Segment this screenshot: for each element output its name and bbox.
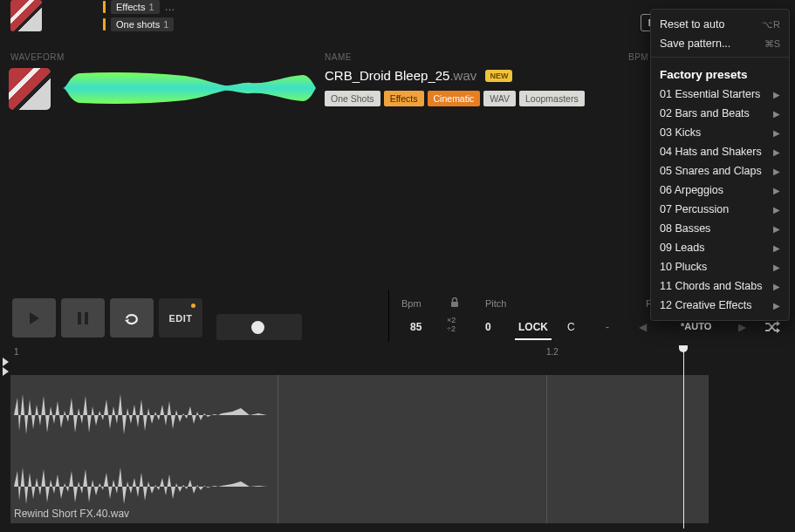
edit-button[interactable]: EDIT [159,298,202,338]
lock-icon[interactable] [450,297,459,308]
tag-color-indicator [103,1,106,13]
menu-preset-3[interactable]: 03 Kicks▶ [651,123,789,142]
pattern-menu: Reset to auto ⌥R Save pattern... ⌘S Fact… [650,9,790,321]
menu-item-label: 10 Plucks [660,261,707,273]
col-waveform: WAVEFORM [10,52,65,62]
timeline-ruler[interactable]: 1 1.2 [10,347,786,359]
menu-preset-4[interactable]: 04 Hats and Shakers▶ [651,142,789,161]
new-badge: NEW [485,70,512,82]
tag-count: 1 [163,19,168,30]
svg-rect-0 [78,312,81,324]
submenu-arrow-icon: ▶ [773,263,780,272]
slice-markers[interactable] [0,358,14,377]
bpm-half[interactable]: ÷2 [447,324,456,333]
menu-preset-5[interactable]: 05 Snares and Claps▶ [651,161,789,181]
menu-item-label: 02 Bars and Beats [660,107,750,119]
submenu-arrow-icon: ▶ [773,301,780,310]
pause-button[interactable] [61,298,105,338]
pattern-next-button[interactable]: ▶ [738,321,746,333]
waveform-channel-left [14,389,712,441]
menu-header: Factory presets [651,61,789,85]
tag-oneshots[interactable]: One Shots [325,91,380,106]
tag-row-1: Effects 1 … [103,0,175,14]
submenu-arrow-icon: ▶ [773,90,780,99]
tag-pill[interactable]: Effects 1 [111,0,160,14]
menu-preset-9[interactable]: 09 Leads▶ [651,238,789,257]
playhead-line[interactable] [683,345,684,529]
edit-indicator-dot [191,304,195,308]
more-tags-indicator[interactable]: … [165,1,175,13]
submenu-arrow-icon: ▶ [773,109,780,119]
menu-save-pattern[interactable]: Save pattern... ⌘S [651,34,789,53]
submenu-arrow-icon: ▶ [773,167,780,176]
tag-label: Effects [116,2,145,12]
tag-label: One shots [116,19,160,30]
tag-row-2: One shots 1 [103,17,174,31]
pitch-lock-tab[interactable]: LOCK [515,321,552,340]
menu-preset-12[interactable]: 12 Creative Effects▶ [651,296,789,315]
play-button[interactable] [12,298,56,338]
menu-item-label: 06 Arpeggios [660,184,723,196]
menu-preset-2[interactable]: 02 Bars and Beats▶ [651,104,789,123]
submenu-arrow-icon: ▶ [773,186,780,195]
tag-effects[interactable]: Effects [384,91,424,106]
waveform-preview [63,72,316,105]
slice-marker-icon [3,358,9,366]
menu-preset-8[interactable]: 08 Basses▶ [651,219,789,238]
menu-item-label: 01 Essential Starters [660,88,760,100]
sample-name-text: CRB_Droid Bleep_25 [325,68,449,83]
loop-button[interactable] [110,298,154,338]
pattern-prev-button[interactable]: ◀ [639,321,647,333]
clip-filename: Rewind Short FX.40.wav [14,508,129,520]
bpm-multipliers[interactable]: ×2 ÷2 [447,316,456,333]
col-bpm: BPM [628,52,648,62]
menu-reset[interactable]: Reset to auto ⌥R [651,15,789,34]
submenu-arrow-icon: ▶ [773,243,780,253]
menu-item-label: 07 Percussion [660,203,729,215]
sample-tags: One Shots Effects Cinematic WAV Loopmast… [325,91,585,106]
menu-item-label: 09 Leads [660,242,704,254]
menu-preset-6[interactable]: 06 Arpeggios▶ [651,181,789,200]
ruler-mark-1: 1 [14,347,19,357]
tag-loopmasters[interactable]: Loopmasters [519,91,585,106]
tag-wav[interactable]: WAV [483,91,516,106]
menu-separator [651,57,789,58]
svg-rect-1 [85,312,88,324]
shuffle-button[interactable] [764,321,780,333]
slider-track [216,314,302,340]
menu-preset-1[interactable]: 01 Essential Starters▶ [651,85,789,104]
browser-thumbnail[interactable] [10,0,42,31]
value-bpm[interactable]: 85 [410,321,421,333]
ruler-mark-12: 1.2 [546,347,559,357]
sample-ext: .wav [449,68,476,83]
menu-preset-11[interactable]: 11 Chords and Stabs▶ [651,276,789,296]
pause-icon [77,311,89,325]
menu-preset-10[interactable]: 10 Plucks▶ [651,257,789,276]
menu-item-label: 04 Hats and Shakers [660,146,762,158]
submenu-arrow-icon: ▶ [773,224,780,234]
submenu-arrow-icon: ▶ [773,282,780,291]
slider-knob[interactable] [251,321,264,334]
value-key[interactable]: C [567,321,575,333]
value-pitch[interactable]: 0 [485,321,491,333]
tag-count: 1 [148,2,154,12]
menu-item-label: 05 Snares and Claps [660,165,762,177]
tag-cinematic[interactable]: Cinematic [428,91,481,106]
submenu-arrow-icon: ▶ [773,147,780,157]
slice-marker-icon [3,367,9,376]
menu-preset-7[interactable]: 07 Percussion▶ [651,200,789,219]
sample-thumbnail[interactable] [9,68,51,110]
menu-item-label: 11 Chords and Stabs [660,280,762,292]
label-bpm: Bpm [401,298,421,309]
tag-color-indicator [103,18,106,31]
edit-label: EDIT [168,313,192,324]
menu-item-shortcut: ⌘S [764,38,780,50]
waveform-editor[interactable]: Rewind Short FX.40.wav [10,375,709,523]
pattern-auto[interactable]: *AUTO [681,321,711,331]
volume-slider[interactable] [216,307,302,346]
tag-pill[interactable]: One shots 1 [111,17,174,31]
sample-name: CRB_Droid Bleep_25.wav [325,68,480,83]
menu-item-label: 08 Basses [660,222,710,235]
value-scale[interactable]: - [606,321,609,333]
bpm-double[interactable]: ×2 [447,316,456,324]
